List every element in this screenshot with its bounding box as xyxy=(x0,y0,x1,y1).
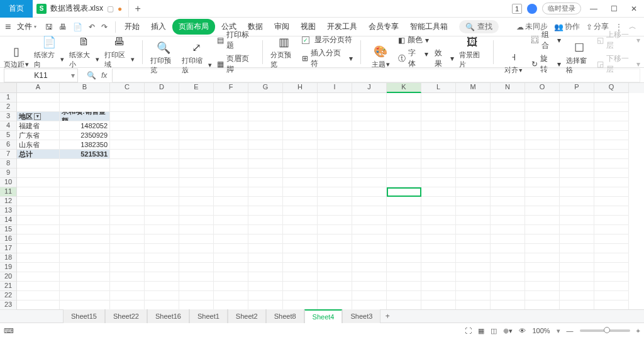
cell-P14[interactable] xyxy=(560,216,594,225)
cell-C20[interactable] xyxy=(110,272,145,282)
cell-L9[interactable] xyxy=(421,168,456,178)
cell-P3[interactable] xyxy=(560,112,594,121)
row-header-7[interactable]: 7 xyxy=(0,150,16,159)
menu-tab-9[interactable]: 智能工具箱 xyxy=(405,19,453,35)
cell-N7[interactable] xyxy=(491,150,525,159)
cell-D11[interactable] xyxy=(145,187,179,197)
cell-E4[interactable] xyxy=(179,121,214,131)
cell-E14[interactable] xyxy=(179,216,214,225)
cell-I8[interactable] xyxy=(318,159,352,168)
cell-A15[interactable] xyxy=(17,225,60,234)
cell-D5[interactable] xyxy=(145,131,179,140)
cell-G14[interactable] xyxy=(248,216,283,225)
cell-J12[interactable] xyxy=(352,197,387,206)
col-header-E[interactable]: E xyxy=(179,83,214,93)
cell-O4[interactable] xyxy=(525,121,560,131)
cell-H21[interactable] xyxy=(283,282,318,291)
cell-D4[interactable] xyxy=(145,121,179,131)
cell-P8[interactable] xyxy=(560,159,594,168)
cell-B5[interactable]: 2350929 xyxy=(60,131,110,140)
group-button[interactable]: ⿴ 组合▾ xyxy=(531,30,561,51)
cell-L17[interactable] xyxy=(421,244,456,253)
cell-G3[interactable] xyxy=(248,112,283,121)
cell-K6[interactable] xyxy=(387,140,421,150)
menu-tab-6[interactable]: 视图 xyxy=(296,19,321,35)
cell-I18[interactable] xyxy=(318,253,352,263)
cell-C1[interactable] xyxy=(110,93,145,102)
cell-O21[interactable] xyxy=(525,282,560,291)
cell-B22[interactable] xyxy=(60,291,110,301)
row-header-15[interactable]: 15 xyxy=(0,225,16,234)
row-header-1[interactable]: 1 xyxy=(0,93,16,102)
row-header-4[interactable]: 4 xyxy=(0,121,16,131)
cell-I1[interactable] xyxy=(318,93,352,102)
cell-P17[interactable] xyxy=(560,244,594,253)
cell-E19[interactable] xyxy=(179,263,214,272)
sheet-tab-Sheet2[interactable]: Sheet2 xyxy=(228,309,266,323)
cell-O9[interactable] xyxy=(525,168,560,178)
cell-K10[interactable] xyxy=(387,178,421,187)
cell-I2[interactable] xyxy=(318,102,352,112)
cell-L2[interactable] xyxy=(421,102,456,112)
cell-G21[interactable] xyxy=(248,282,283,291)
cell-A5[interactable]: 广东省 xyxy=(17,131,60,140)
cell-L13[interactable] xyxy=(421,206,456,216)
cell-K23[interactable] xyxy=(387,301,421,309)
row-header-14[interactable]: 14 xyxy=(0,216,16,225)
cell-M13[interactable] xyxy=(456,206,491,216)
cell-H18[interactable] xyxy=(283,253,318,263)
cell-N1[interactable] xyxy=(491,93,525,102)
cell-B11[interactable] xyxy=(60,187,110,197)
cell-F21[interactable] xyxy=(214,282,248,291)
sheet-tab-Sheet16[interactable]: Sheet16 xyxy=(147,309,189,323)
cell-Q4[interactable] xyxy=(594,121,629,131)
cell-K4[interactable] xyxy=(387,121,421,131)
cell-F6[interactable] xyxy=(214,140,248,150)
minimize-button[interactable]: — xyxy=(586,1,601,16)
cell-C21[interactable] xyxy=(110,282,145,291)
cell-Q6[interactable] xyxy=(594,140,629,150)
cell-J6[interactable] xyxy=(352,140,387,150)
cell-A10[interactable] xyxy=(17,178,60,187)
cell-N15[interactable] xyxy=(491,225,525,234)
eye-icon[interactable]: 👁 xyxy=(519,327,526,334)
cell-I9[interactable] xyxy=(318,168,352,178)
cell-B10[interactable] xyxy=(60,178,110,187)
cell-C7[interactable] xyxy=(110,150,145,159)
cell-C13[interactable] xyxy=(110,206,145,216)
cell-G22[interactable] xyxy=(248,291,283,301)
cell-G6[interactable] xyxy=(248,140,283,150)
cell-B1[interactable] xyxy=(60,93,110,102)
cell-H20[interactable] xyxy=(283,272,318,282)
cell-H6[interactable] xyxy=(283,140,318,150)
cell-K17[interactable] xyxy=(387,244,421,253)
show-page-break-checkbox[interactable]: 显示分页符 xyxy=(302,35,352,45)
cell-F4[interactable] xyxy=(214,121,248,131)
col-header-M[interactable]: M xyxy=(456,83,491,93)
cell-P1[interactable] xyxy=(560,93,594,102)
sheet-tab-Sheet1[interactable]: Sheet1 xyxy=(189,309,228,323)
cell-G5[interactable] xyxy=(248,131,283,140)
cell-J5[interactable] xyxy=(352,131,387,140)
cell-N22[interactable] xyxy=(491,291,525,301)
cell-M12[interactable] xyxy=(456,197,491,206)
theme-color-button[interactable]: ◧ 颜色▾ xyxy=(398,35,454,45)
cell-K5[interactable] xyxy=(387,131,421,140)
cell-H12[interactable] xyxy=(283,197,318,206)
cell-G8[interactable] xyxy=(248,159,283,168)
sheet-tab-Sheet4[interactable]: Sheet4 xyxy=(304,309,343,323)
cell-L12[interactable] xyxy=(421,197,456,206)
cell-A6[interactable]: 山东省 xyxy=(17,140,60,150)
cell-K1[interactable] xyxy=(387,93,421,102)
cell-G16[interactable] xyxy=(248,234,283,244)
cell-Q23[interactable] xyxy=(594,301,629,309)
cell-F19[interactable] xyxy=(214,263,248,272)
cell-G9[interactable] xyxy=(248,168,283,178)
cell-A7[interactable]: 总计 xyxy=(17,150,60,159)
col-header-C[interactable]: C xyxy=(110,83,145,93)
cell-D8[interactable] xyxy=(145,159,179,168)
cell-J9[interactable] xyxy=(352,168,387,178)
cell-D9[interactable] xyxy=(145,168,179,178)
cell-J11[interactable] xyxy=(352,187,387,197)
cell-F7[interactable] xyxy=(214,150,248,159)
